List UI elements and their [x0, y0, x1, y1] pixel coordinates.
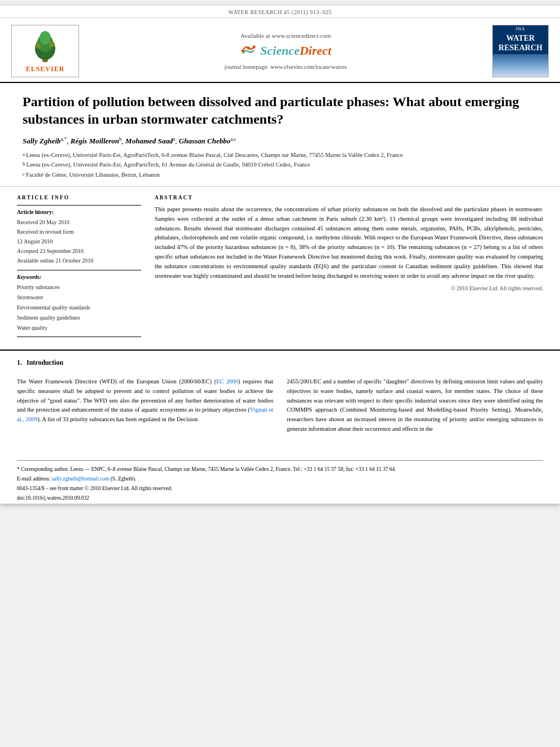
section-title: Introduction	[27, 359, 63, 367]
email-label: E-mail address:	[17, 476, 52, 482]
affil-text-b: Leesu (ex-Cereve), Université Paris-Est,…	[27, 160, 310, 169]
wr-iwa-text: IWA	[493, 25, 548, 33]
copyright-text: © 2010 Elsevier Ltd. All rights reserved…	[155, 285, 543, 291]
intro-para-2: 2455/2001/EC and a number of specific "d…	[287, 377, 543, 434]
email-link[interactable]: sally.zgheib@hotmail.com	[52, 476, 110, 482]
header-section: ELSEVIER Available at www.sciencedirect.…	[0, 18, 560, 83]
intro-two-col: The Water Framework Directive (WFD) of t…	[17, 377, 543, 438]
svg-point-5	[49, 42, 55, 47]
ec2000-link[interactable]: EC 2000	[216, 378, 238, 385]
journal-citation: WATER RESEARCH 45 (2011) 913–925	[229, 9, 332, 15]
keyword-1: Priority substances	[17, 282, 141, 292]
date-online: Available online 21 October 2010	[17, 256, 141, 265]
sciencedirect-text: ScienceDirect	[260, 43, 331, 58]
author-3: Mohamed Saad	[125, 137, 173, 146]
divider-1	[17, 205, 141, 206]
abstract-col: ABSTRACT This paper presents results abo…	[155, 195, 543, 340]
footnote-doi: doi:10.1016/j.watres.2010.09.032	[17, 494, 543, 503]
keywords-label: Keywords:	[17, 274, 141, 280]
affil-line-1: a Leesu (ex-Cereve), Université Paris-Es…	[23, 151, 537, 160]
journal-header-bar: WATER RESEARCH 45 (2011) 913–925	[0, 6, 560, 18]
article-dates: Received 20 May 2010 Received in revised…	[17, 217, 141, 265]
date-received: Received 20 May 2010	[17, 217, 141, 227]
affil-text-a: Leesu (ex-Cereve), Université Paris-Est,…	[26, 151, 403, 160]
footnote-section: * Corresponding author. Leesu — ENPC, 6–…	[17, 460, 543, 503]
abstract-text: This paper presents results about the oc…	[155, 205, 543, 281]
authors-line: Sally Zgheiba,*, Régis Moilleronb, Moham…	[23, 136, 537, 146]
keyword-5: Water quality	[17, 323, 141, 333]
journal-homepage-text: journal homepage: www.elsevier.com/locat…	[225, 64, 347, 70]
elsevier-tree-icon	[23, 29, 68, 63]
keyword-2: Stormwater	[17, 292, 141, 303]
intro-para-1: The Water Framework Directive (WFD) of t…	[17, 377, 273, 425]
intro-col-1: The Water Framework Directive (WFD) of t…	[17, 377, 273, 438]
footnote-corresponding: * Corresponding author. Leesu — ENPC, 6–…	[17, 465, 543, 474]
paper-title: Partition of pollution between dissolved…	[23, 93, 537, 128]
svg-point-8	[247, 47, 250, 50]
article-info-heading: ARTICLE INFO	[17, 195, 141, 200]
header-middle: Available at www.sciencedirect.com Scien…	[79, 25, 492, 77]
article-info-abstract-section: ARTICLE INFO Article history: Received 2…	[0, 187, 560, 351]
elsevier-brand-text: ELSEVIER	[26, 65, 65, 73]
divider-2	[17, 270, 141, 270]
water-research-title: WATERRESEARCH	[493, 33, 548, 54]
author-4: Ghassan Chebbo	[179, 137, 230, 146]
affil-text-c: Faculté de Génie, Université Libanaise, …	[26, 171, 160, 180]
svg-rect-6	[43, 60, 47, 62]
history-label: Article history:	[17, 209, 141, 215]
water-research-image	[493, 54, 548, 77]
date-accepted: Accepted 23 September 2010	[17, 246, 141, 256]
author-1: Sally Zgheib	[23, 137, 61, 146]
affil-line-2: b Leesu (ex-Cereve), Université Paris-Es…	[23, 160, 537, 169]
title-section: Partition of pollution between dissolved…	[0, 83, 560, 187]
sciencedirect-logo: ScienceDirect	[240, 42, 331, 59]
date-revised2: 12 August 2010	[17, 237, 141, 246]
keyword-3: Environmental quality standards	[17, 303, 141, 313]
email-name: (S. Zgheib).	[109, 476, 136, 482]
keyword-4: Sediment quality guidelines	[17, 313, 141, 323]
section-number: 1.	[17, 359, 22, 367]
sciencedirect-icon	[240, 42, 257, 59]
available-at-text: Available at www.sciencedirect.com	[240, 32, 331, 39]
page: WATER RESEARCH 45 (2011) 913–925 ELSEVIE…	[0, 6, 560, 504]
section-heading-row: 1. Introduction	[17, 359, 543, 372]
date-revised-label: Received in revised form	[17, 227, 141, 237]
article-info-col: ARTICLE INFO Article history: Received 2…	[17, 195, 141, 340]
body-section: 1. Introduction The Water Framework Dire…	[0, 351, 560, 455]
svg-point-4	[36, 43, 41, 49]
intro-col-2: 2455/2001/EC and a number of specific "d…	[287, 377, 543, 438]
elsevier-logo: ELSEVIER	[11, 25, 79, 77]
footnote-star: * Corresponding author. Leesu — ENPC, 6–…	[17, 466, 396, 472]
svg-point-7	[242, 50, 244, 53]
footnote-email: E-mail address: sally.zgheib@hotmail.com…	[17, 475, 543, 483]
water-research-logo: IWA WATERRESEARCH	[492, 25, 549, 77]
affiliations: a Leesu (ex-Cereve), Université Paris-Es…	[23, 151, 537, 180]
vignati-link[interactable]: Vignati et al., 2009	[17, 407, 273, 422]
svg-point-9	[253, 46, 256, 49]
divider-3	[17, 337, 141, 337]
abstract-heading: ABSTRACT	[155, 195, 543, 200]
author-2: Régis Moilleron	[71, 137, 119, 146]
affil-line-3: c Faculté de Génie, Université Libanaise…	[23, 171, 537, 180]
footnote-issn: 0043-1354/$ – see front matter © 2010 El…	[17, 484, 543, 493]
svg-point-3	[40, 31, 51, 45]
